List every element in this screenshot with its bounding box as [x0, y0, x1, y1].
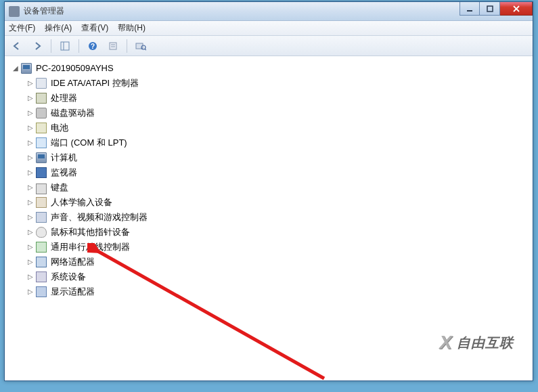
tree-item-monitor[interactable]: ▷监视器	[7, 165, 533, 180]
tree-item-battery[interactable]: ▷电池	[7, 121, 533, 135]
tree-item-label: 通用串行总线控制器	[51, 240, 130, 255]
tree-item-network[interactable]: ▷网络适配器	[7, 255, 533, 269]
scan-hardware-button[interactable]	[133, 39, 149, 53]
watermark: X 自由互联	[439, 332, 514, 353]
tree-item-hid[interactable]: ▷人体学输入设备	[7, 195, 533, 210]
disk-icon	[36, 108, 47, 118]
ide-icon	[36, 78, 47, 89]
maximize-button[interactable]	[480, 2, 500, 16]
toolbar-separator	[127, 39, 127, 53]
forward-icon	[32, 41, 42, 51]
minimize-icon	[466, 5, 473, 12]
tree-item-display[interactable]: ▷显示适配器	[7, 284, 533, 299]
window-controls	[459, 2, 533, 16]
tree-item-computer[interactable]: ▷计算机	[7, 150, 533, 165]
battery-icon	[36, 123, 47, 133]
tree-item-label: 系统设备	[51, 269, 86, 284]
svg-rect-4	[61, 42, 69, 50]
expand-icon[interactable]: ▷	[26, 213, 35, 221]
computer-icon	[21, 63, 32, 74]
menu-action[interactable]: 操作(A)	[45, 22, 72, 34]
tree-item-label: IDE ATA/ATAPI 控制器	[51, 76, 139, 91]
expand-icon[interactable]: ▷	[26, 154, 35, 162]
expand-icon[interactable]: ▷	[26, 169, 35, 177]
app-icon	[9, 6, 20, 17]
tree-item-label: 键盘	[51, 180, 68, 195]
expand-icon[interactable]: ▷	[26, 94, 35, 102]
menu-view[interactable]: 查看(V)	[81, 22, 108, 34]
svg-rect-1	[487, 6, 493, 12]
tree-item-keyboard[interactable]: ▷键盘	[7, 180, 533, 195]
expand-icon[interactable]: ▷	[26, 198, 35, 206]
tree-item-label: 电池	[51, 121, 68, 135]
window-title: 设备管理器	[24, 5, 64, 17]
tree-item-label: 端口 (COM 和 LPT)	[51, 135, 127, 150]
tree-item-processor[interactable]: ▷处理器	[7, 91, 533, 106]
expand-icon[interactable]: ▷	[26, 258, 35, 266]
tree-root[interactable]: ◢ PC-20190509AYHS	[7, 61, 533, 76]
tree-item-label: 监视器	[51, 165, 77, 180]
tree-root-label: PC-20190509AYHS	[36, 61, 114, 76]
svg-rect-8	[110, 43, 116, 49]
forward-button[interactable]	[29, 39, 45, 53]
tree-item-label: 声音、视频和游戏控制器	[51, 210, 148, 225]
toolbar-separator	[79, 39, 79, 53]
help-icon: ?	[88, 41, 97, 51]
keyboard-icon	[36, 183, 47, 194]
tree-item-system[interactable]: ▷系统设备	[7, 269, 533, 284]
titlebar[interactable]: 设备管理器	[5, 2, 533, 21]
minimize-button[interactable]	[459, 2, 480, 16]
expand-icon[interactable]: ▷	[26, 109, 35, 117]
tree-item-usb[interactable]: ▷通用串行总线控制器	[7, 240, 533, 255]
show-hide-tree-button[interactable]	[57, 39, 73, 53]
computer-icon	[36, 152, 47, 163]
menu-file[interactable]: 文件(F)	[9, 22, 35, 34]
cpu-icon	[36, 93, 47, 104]
system-icon	[36, 271, 47, 282]
device-manager-window: 设备管理器 文件(F) 操作(A) 查看(V) 帮助(H) ?	[4, 1, 533, 381]
monitor-icon	[36, 167, 47, 178]
close-icon	[512, 5, 520, 12]
display-icon	[36, 286, 47, 297]
expand-icon[interactable]: ▷	[26, 124, 35, 132]
tree-item-ports[interactable]: ▷端口 (COM 和 LPT)	[7, 135, 533, 150]
tree-item-disk[interactable]: ▷磁盘驱动器	[7, 106, 533, 121]
mouse-icon	[36, 227, 47, 238]
properties-icon	[108, 41, 118, 51]
expand-icon[interactable]: ▷	[26, 183, 35, 192]
collapse-icon[interactable]: ◢	[12, 64, 20, 72]
tree-item-label: 显示适配器	[51, 284, 95, 299]
tree-item-mouse[interactable]: ▷鼠标和其他指针设备	[7, 225, 533, 240]
menubar: 文件(F) 操作(A) 查看(V) 帮助(H)	[5, 21, 533, 36]
tree-item-label: 磁盘驱动器	[51, 106, 95, 121]
svg-rect-0	[467, 10, 472, 12]
toolbar: ?	[5, 36, 533, 56]
hid-icon	[36, 197, 47, 208]
help-button[interactable]: ?	[85, 39, 101, 53]
expand-icon[interactable]: ▷	[26, 139, 35, 147]
device-tree[interactable]: ◢ PC-20190509AYHS ▷IDE ATA/ATAPI 控制器 ▷处理…	[5, 57, 533, 299]
expand-icon[interactable]: ▷	[26, 228, 35, 236]
usb-icon	[36, 242, 47, 253]
back-icon	[12, 41, 22, 51]
expand-icon[interactable]: ▷	[26, 243, 35, 251]
menu-help[interactable]: 帮助(H)	[118, 22, 145, 34]
tree-item-sound[interactable]: ▷声音、视频和游戏控制器	[7, 210, 533, 225]
back-button[interactable]	[9, 39, 25, 53]
tree-item-label: 鼠标和其他指针设备	[51, 225, 130, 240]
network-icon	[36, 257, 47, 267]
svg-line-13	[145, 49, 146, 50]
scan-icon	[135, 41, 146, 51]
expand-icon[interactable]: ▷	[26, 288, 35, 296]
tree-item-label: 计算机	[51, 150, 77, 165]
watermark-logo-icon: X	[439, 332, 453, 353]
tree-item-label: 网络适配器	[51, 255, 95, 269]
expand-icon[interactable]: ▷	[26, 79, 35, 87]
tree-item-ide[interactable]: ▷IDE ATA/ATAPI 控制器	[7, 76, 533, 91]
expand-icon[interactable]: ▷	[26, 273, 35, 281]
content-area: ◢ PC-20190509AYHS ▷IDE ATA/ATAPI 控制器 ▷处理…	[5, 56, 533, 380]
close-button[interactable]	[500, 2, 533, 16]
watermark-text: 自由互联	[457, 334, 514, 352]
toolbar-separator	[51, 39, 51, 53]
properties-button[interactable]	[105, 39, 121, 53]
